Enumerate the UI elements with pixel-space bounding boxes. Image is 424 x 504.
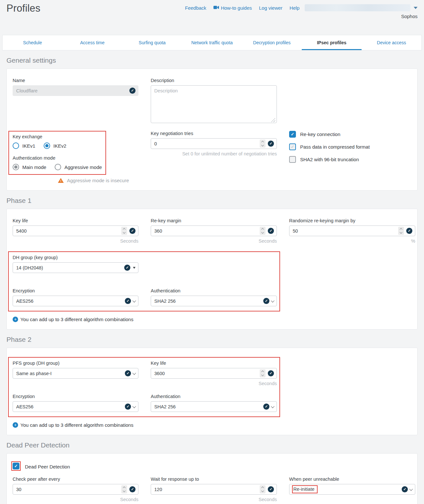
valid-check-icon: ✓ (406, 228, 412, 234)
feedback-link[interactable]: Feedback (185, 5, 206, 11)
p2-authentication-field: Authentication SHA2 256 ✓ (151, 394, 277, 412)
sha2-truncation-checkbox[interactable] (289, 156, 296, 163)
p1-encryption-label: Encryption (13, 288, 138, 293)
dpd-check-peer-input[interactable]: ✓ (13, 484, 138, 495)
p1-randomize-value[interactable] (293, 228, 398, 234)
description-field: Description (151, 78, 277, 124)
number-stepper[interactable] (398, 227, 404, 235)
aggressive-mode-warning: ! Aggressive mode is insecure (58, 178, 138, 183)
p2-add-note-text: You can add up to 3 different algorithm … (20, 422, 133, 428)
chevron-down-icon (271, 299, 274, 302)
phase2-card: PFS group (DH group) Same as phase-I ✓ K… (6, 348, 418, 435)
radio-ikev2[interactable] (44, 142, 50, 149)
tab-device-access[interactable]: Device access (362, 35, 421, 50)
valid-check-icon: ✓ (125, 370, 131, 376)
rekey-connection-row: ✓ Re-key connection (289, 131, 415, 138)
number-stepper[interactable] (260, 140, 266, 148)
phase2-heading: Phase 2 (6, 336, 418, 343)
radio-ikev2-label: IKEv2 (53, 143, 66, 149)
valid-check-icon: ✓ (125, 298, 131, 304)
dpd-peer-unreachable-select[interactable]: Re-initiate ✓ (289, 484, 415, 495)
rekey-connection-label: Re-key connection (300, 131, 340, 137)
log-viewer-link[interactable]: Log viewer (259, 5, 283, 11)
p2-encryption-select[interactable]: AES256 ✓ (13, 401, 138, 412)
dpd-enable-label: Dead Peer Detection (25, 464, 70, 469)
number-stepper[interactable] (260, 369, 266, 377)
p1-key-life-value[interactable] (16, 228, 121, 234)
dpd-checkbox-highlight-box: ✓ (11, 461, 21, 471)
valid-check-icon: ✓ (402, 486, 408, 492)
chevron-down-icon (132, 299, 136, 302)
radio-aggressive-mode-label: Aggressive mode (64, 164, 102, 170)
number-stepper[interactable] (260, 227, 266, 235)
p2-encryption-field: Encryption AES256 ✓ (13, 394, 138, 412)
key-negotiation-input[interactable]: ✓ (151, 138, 277, 149)
p1-rekey-margin-label: Re-key margin (151, 218, 277, 223)
p2-pfs-group-select[interactable]: Same as phase-I ✓ (13, 368, 138, 379)
compressed-format-row: ✓ Pass data in compressed format (289, 143, 415, 150)
chevron-down-icon (132, 371, 136, 374)
add-icon[interactable]: + (13, 317, 18, 322)
tab-decryption-profiles[interactable]: Decryption profiles (242, 35, 302, 50)
dpd-check-peer-value[interactable] (16, 487, 121, 492)
description-input[interactable] (151, 85, 277, 123)
p2-encryption-label: Encryption (13, 394, 138, 399)
p2-pfs-group-field: PFS group (DH group) Same as phase-I ✓ (13, 361, 138, 379)
rekey-connection-checkbox[interactable]: ✓ (289, 131, 296, 138)
number-stepper[interactable] (260, 485, 266, 493)
dpd-enable-checkbox[interactable]: ✓ (13, 463, 19, 469)
tab-surfing-quota[interactable]: Surfing quota (122, 35, 182, 50)
p1-encryption-select[interactable]: AES256 ✓ (13, 296, 138, 306)
key-negotiation-value[interactable] (154, 141, 260, 146)
name-input: ✓ (13, 85, 138, 96)
p1-add-note: + You can add up to 3 different algorith… (13, 317, 415, 322)
number-stepper[interactable] (121, 227, 127, 235)
warning-text: Aggressive mode is insecure (67, 178, 129, 183)
p1-encryption-field: Encryption AES256 ✓ (13, 288, 138, 306)
radio-main-mode[interactable] (13, 164, 19, 170)
p2-authentication-select[interactable]: SHA2 256 ✓ (151, 401, 277, 412)
brand-label: Sophos (401, 14, 418, 19)
key-exchange-highlight-box: Key exchange IKEv1 IKEv2 Authentication … (8, 131, 106, 175)
auth-mode-label: Authentication mode (13, 155, 103, 161)
radio-ikev1[interactable] (13, 142, 19, 149)
dpd-heading: Dead Peer Detection (6, 441, 418, 449)
p1-randomize-unit: % (289, 238, 415, 244)
p1-algorithm-highlight-box: DH group (key group) 14 (DH2048) ✓ Encry… (8, 251, 280, 311)
p1-rekey-margin-input[interactable]: ✓ (151, 226, 277, 236)
p1-randomize-input[interactable]: ✓ (289, 226, 415, 236)
dpd-wait-response-field: Wait for response up to ✓ Seconds (151, 477, 277, 502)
tab-schedule[interactable]: Schedule (3, 35, 62, 50)
number-stepper[interactable] (121, 485, 127, 493)
p1-dh-group-select[interactable]: 14 (DH2048) ✓ (13, 262, 138, 273)
p2-add-note: + You can add up to 3 different algorith… (13, 422, 415, 428)
p2-key-life-input[interactable]: ✓ (151, 368, 277, 379)
p1-key-life-field: Key life ✓ Seconds (13, 218, 138, 244)
p1-dh-group-value: 14 (DH2048) (16, 265, 124, 270)
chevron-down-icon (271, 404, 274, 408)
chevron-down-icon[interactable] (414, 7, 418, 9)
add-icon[interactable]: + (13, 422, 18, 428)
p2-authentication-value: SHA2 256 (154, 404, 263, 409)
tab-network-traffic-quota[interactable]: Network traffic quota (182, 35, 242, 50)
p1-rekey-margin-value[interactable] (154, 228, 260, 234)
valid-check-icon: ✓ (268, 486, 274, 492)
tab-bar: Schedule Access time Surfing quota Netwo… (2, 35, 422, 50)
tab-access-time[interactable]: Access time (62, 35, 122, 50)
howto-guides-link[interactable]: How-to guides (213, 5, 252, 11)
sha2-truncation-label: SHA2 with 96-bit truncation (300, 157, 359, 162)
name-label: Name (13, 78, 138, 83)
compressed-format-checkbox[interactable]: ✓ (289, 143, 296, 150)
tab-ipsec-profiles[interactable]: IPsec profiles (302, 35, 362, 50)
p2-key-life-value[interactable] (154, 371, 260, 376)
help-link[interactable]: Help (289, 5, 299, 11)
p1-authentication-select[interactable]: SHA2 256 ✓ (151, 296, 277, 306)
p2-key-life-label: Key life (151, 361, 277, 366)
valid-check-icon: ✓ (129, 228, 136, 234)
p2-encryption-value: AES256 (16, 404, 125, 409)
dpd-wait-response-input[interactable]: ✓ (151, 484, 277, 495)
p1-key-life-input[interactable]: ✓ (13, 226, 138, 236)
radio-aggressive-mode[interactable] (55, 164, 61, 170)
valid-check-icon: ✓ (124, 265, 130, 271)
dpd-wait-response-value[interactable] (154, 487, 260, 492)
